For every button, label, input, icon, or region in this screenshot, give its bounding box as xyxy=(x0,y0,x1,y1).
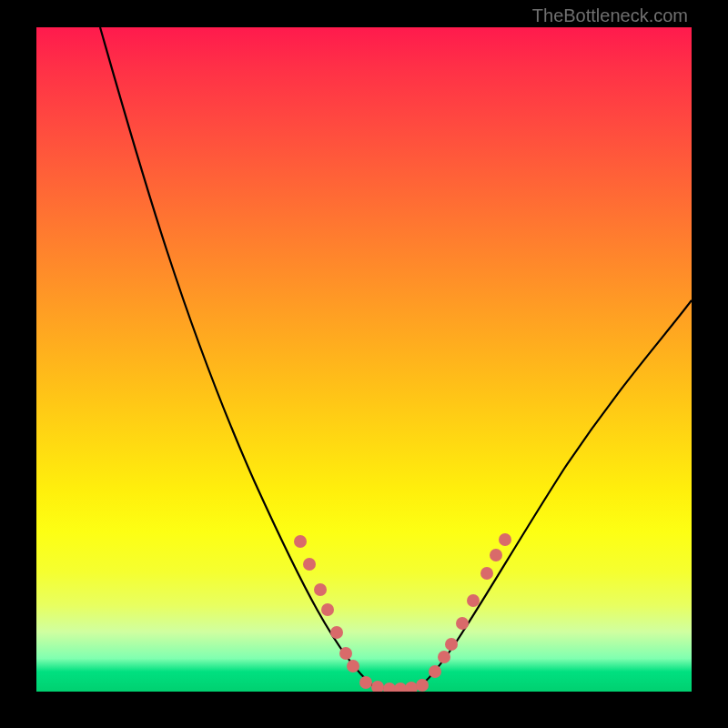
svg-point-19 xyxy=(490,549,502,561)
watermark-text: TheBottleneck.com xyxy=(532,5,688,26)
svg-point-3 xyxy=(321,603,334,616)
svg-point-11 xyxy=(405,682,418,692)
svg-point-0 xyxy=(294,535,307,548)
svg-point-17 xyxy=(467,594,480,607)
svg-point-20 xyxy=(499,533,511,546)
svg-point-4 xyxy=(330,626,343,639)
svg-point-13 xyxy=(429,665,441,678)
svg-point-1 xyxy=(303,558,316,571)
svg-point-2 xyxy=(314,583,327,596)
svg-point-12 xyxy=(416,679,429,692)
curve-path xyxy=(100,27,692,689)
dots-right xyxy=(429,533,511,678)
svg-point-9 xyxy=(383,682,396,692)
svg-point-7 xyxy=(359,676,372,689)
dots-bottom xyxy=(359,676,429,692)
svg-point-5 xyxy=(339,647,352,660)
svg-point-14 xyxy=(438,651,450,663)
plot-area xyxy=(36,27,692,692)
svg-point-8 xyxy=(371,681,384,692)
chart-svg xyxy=(36,27,692,692)
svg-point-10 xyxy=(394,682,407,692)
dots-left xyxy=(294,535,359,672)
svg-point-15 xyxy=(445,638,458,651)
svg-point-18 xyxy=(480,567,493,580)
svg-point-16 xyxy=(456,617,469,630)
svg-point-6 xyxy=(347,660,359,672)
